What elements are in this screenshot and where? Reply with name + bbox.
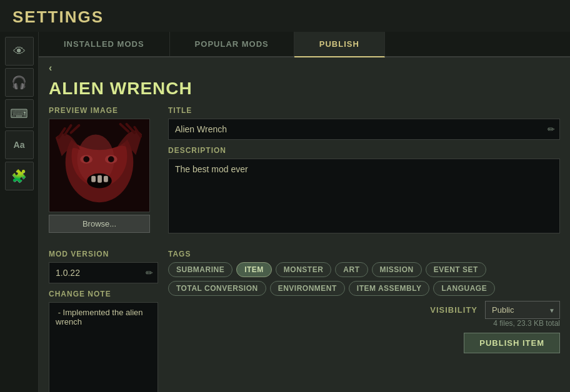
publish-item-button[interactable]: PUBLISH ITEM <box>464 333 560 353</box>
svg-rect-19 <box>49 119 149 212</box>
back-row: ‹ <box>39 57 570 76</box>
description-field-label: DESCRIPTION <box>168 146 560 155</box>
title-input-wrapper: ✏ <box>168 119 560 140</box>
tabs: INSTALLED MODS POPULAR MODS PUBLISH <box>39 32 570 57</box>
title-input[interactable] <box>168 119 560 140</box>
tag-language[interactable]: LANGUAGE <box>433 281 495 296</box>
description-textarea[interactable]: The best mod ever <box>168 159 560 233</box>
mod-title: ALIEN WRENCH <box>39 76 570 106</box>
visibility-label: VISIBILITY <box>430 305 478 315</box>
version-input-wrapper: ✏ <box>49 262 158 283</box>
title-field-label: TITLE <box>168 106 560 115</box>
tag-item[interactable]: ITEM <box>236 262 272 277</box>
sidebar-mods-icon[interactable]: 🧩 <box>5 162 34 190</box>
sidebar-font-icon[interactable]: Aa <box>5 130 34 159</box>
change-note-textarea[interactable]: - Implemented the alien wrench <box>49 302 158 392</box>
tab-popular-mods[interactable]: POPULAR MODS <box>170 32 294 56</box>
version-row: MOD VERSION ✏ <box>49 250 158 283</box>
left-bottom: MOD VERSION ✏ CHANGE NOTE - Implemented … <box>49 250 158 392</box>
sidebar-headphones-icon[interactable]: 🎧 <box>5 68 34 97</box>
main-layout: 👁 🎧 ⌨ Aa 🧩 INSTALLED MODS POPULAR MODS P… <box>0 32 570 392</box>
tag-item-assembly[interactable]: ITEM ASSEMBLY <box>349 281 430 296</box>
title-bar: SETTINGS <box>0 0 570 32</box>
bottom-area: MOD VERSION ✏ CHANGE NOTE - Implemented … <box>39 242 570 392</box>
tag-total-conversion[interactable]: TOTAL CONVERSION <box>168 281 266 296</box>
sidebar-keyboard-icon[interactable]: ⌨ <box>5 99 34 128</box>
browse-button[interactable]: Browse... <box>49 215 150 233</box>
tags-container: SUBMARINE ITEM MONSTER ART MISSION EVENT… <box>168 262 560 296</box>
preview-image-placeholder <box>49 119 149 212</box>
tags-label: TAGS <box>168 250 560 258</box>
tab-installed-mods[interactable]: INSTALLED MODS <box>39 32 170 56</box>
content-area: INSTALLED MODS POPULAR MODS PUBLISH ‹ AL… <box>39 32 570 392</box>
preview-art <box>49 119 149 212</box>
right-bottom: TAGS SUBMARINE ITEM MONSTER ART MISSION … <box>168 250 560 392</box>
tag-environment[interactable]: ENVIRONMENT <box>270 281 345 296</box>
version-label: MOD VERSION <box>49 250 158 258</box>
app-container: SETTINGS 👁 🎧 ⌨ Aa 🧩 INSTALLED MODS POPUL… <box>0 0 570 392</box>
right-column: TITLE ✏ DESCRIPTION The best mod ever <box>168 106 560 242</box>
version-edit-icon[interactable]: ✏ <box>146 268 153 278</box>
tag-monster[interactable]: MONSTER <box>276 262 332 277</box>
files-info: 4 files, 23.3 KB total <box>168 319 560 328</box>
title-field-row: TITLE ✏ <box>168 106 560 140</box>
left-column: PREVIEW IMAGE <box>49 106 158 242</box>
visibility-row: VISIBILITY Public Friends Only Private <box>168 301 560 319</box>
panel-content: ‹ ALIEN WRENCH PREVIEW IMAGE <box>39 57 570 392</box>
version-input[interactable] <box>49 262 158 283</box>
description-field-row: DESCRIPTION The best mod ever <box>168 146 560 236</box>
visibility-select-wrapper: Public Friends Only Private <box>485 301 560 319</box>
sidebar-eye-icon[interactable]: 👁 <box>5 37 34 66</box>
preview-image-box <box>49 119 150 212</box>
title-edit-icon[interactable]: ✏ <box>548 124 555 134</box>
tag-submarine[interactable]: SUBMARINE <box>168 262 232 277</box>
tag-art[interactable]: ART <box>335 262 368 277</box>
visibility-select[interactable]: Public Friends Only Private <box>485 301 560 319</box>
preview-image-label: PREVIEW IMAGE <box>49 106 158 115</box>
tab-publish[interactable]: PUBLISH <box>294 32 385 57</box>
form-area: PREVIEW IMAGE <box>39 106 570 242</box>
tag-mission[interactable]: MISSION <box>372 262 422 277</box>
change-note-label: CHANGE NOTE <box>49 290 158 298</box>
tags-section: TAGS SUBMARINE ITEM MONSTER ART MISSION … <box>168 250 560 296</box>
tag-event-set[interactable]: EVENT SET <box>426 262 486 277</box>
app-title: SETTINGS <box>12 7 558 27</box>
back-button[interactable]: ‹ <box>49 62 52 73</box>
sidebar: 👁 🎧 ⌨ Aa 🧩 <box>0 32 39 392</box>
